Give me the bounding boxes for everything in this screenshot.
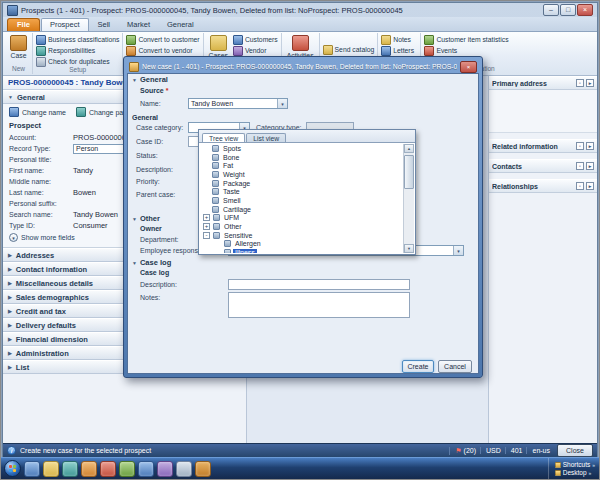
dialog-section-general[interactable]: ▼ General bbox=[132, 75, 168, 84]
dialog-section-other[interactable]: ▼ Other bbox=[132, 214, 160, 223]
tab-prospect[interactable]: Prospect bbox=[41, 18, 89, 31]
create-button[interactable]: Create bbox=[402, 360, 434, 373]
tree-item[interactable]: Taste bbox=[200, 187, 404, 196]
powerpoint-icon[interactable] bbox=[157, 461, 173, 477]
browser-icon[interactable] bbox=[24, 461, 40, 477]
check-duplicates-button[interactable]: Check for duplicates bbox=[36, 57, 119, 66]
scroll-up-icon[interactable]: ▲ bbox=[404, 144, 414, 153]
dialog-titlebar[interactable]: New case (1 - 401) - Prospect: PROS-0000… bbox=[127, 60, 479, 73]
desktop-toolbar[interactable]: Desktop » bbox=[555, 469, 595, 476]
chevron-down-icon: ▼ bbox=[132, 77, 137, 83]
change-name-button[interactable]: Change name bbox=[9, 107, 66, 117]
scroll-down-icon[interactable]: ▼ bbox=[404, 244, 414, 253]
factbox-expand-icon[interactable]: ▸ bbox=[586, 162, 594, 170]
dialog-close-button[interactable]: × bbox=[460, 61, 477, 73]
responsibilities-icon bbox=[36, 46, 46, 56]
factbox-box-icon[interactable]: ▫ bbox=[576, 79, 584, 87]
tree-item-selected[interactable]: Illness bbox=[200, 248, 404, 253]
customer-item-statistics-icon bbox=[424, 35, 434, 45]
case-button[interactable]: Case bbox=[8, 34, 29, 60]
factbox-related-information[interactable]: Related information ▫ ▸ bbox=[489, 139, 597, 153]
maximize-button[interactable]: □ bbox=[560, 4, 576, 16]
category-icon bbox=[213, 214, 220, 221]
start-button[interactable] bbox=[4, 460, 21, 477]
tree-item[interactable]: Fat bbox=[200, 161, 404, 170]
business-classifications-button[interactable]: Business classifications bbox=[36, 35, 119, 44]
status-message: Create new case for the selected prospec… bbox=[20, 447, 151, 454]
excel-icon[interactable] bbox=[119, 461, 135, 477]
tree-item[interactable]: Package bbox=[200, 179, 404, 188]
factbox-relationships[interactable]: Relationships ▫ ▸ bbox=[489, 179, 597, 193]
expand-icon[interactable]: + bbox=[203, 223, 210, 230]
combo-arrow-icon[interactable]: ▾ bbox=[453, 246, 463, 255]
firefox-icon[interactable] bbox=[81, 461, 97, 477]
app-icon[interactable] bbox=[176, 461, 192, 477]
tree-item[interactable]: Smell bbox=[200, 196, 404, 205]
collapse-icon[interactable]: - bbox=[203, 232, 210, 239]
factbox-expand-icon[interactable]: ▸ bbox=[586, 79, 594, 87]
convert-to-customer-button[interactable]: Convert to customer bbox=[126, 35, 199, 44]
factbox-expand-icon[interactable]: ▸ bbox=[586, 182, 594, 190]
factbox-primary-address[interactable]: Primary address ▫ ▸ bbox=[489, 76, 597, 90]
media-player-icon[interactable] bbox=[62, 461, 78, 477]
double-chevron-icon[interactable]: » bbox=[592, 462, 595, 468]
combo-arrow-icon[interactable]: ▾ bbox=[277, 99, 287, 108]
factbox-contacts[interactable]: Contacts ▫ ▸ bbox=[489, 159, 597, 173]
category-icon bbox=[212, 145, 219, 152]
name-combo[interactable]: Tandy Bowen ▾ bbox=[188, 98, 288, 109]
window-titlebar[interactable]: Prospects (1 - 401) - Prospect: PROS-000… bbox=[3, 3, 597, 17]
type-id-value[interactable]: Consumer bbox=[73, 221, 108, 230]
customers-button[interactable]: Customers bbox=[233, 35, 278, 44]
factbox-box-icon[interactable]: ▫ bbox=[576, 162, 584, 170]
word-icon[interactable] bbox=[138, 461, 154, 477]
info-icon: i bbox=[7, 446, 16, 455]
factbox-box-icon[interactable]: ▫ bbox=[576, 182, 584, 190]
scrollbar-thumb[interactable] bbox=[404, 155, 414, 189]
last-name-value[interactable]: Bowen bbox=[73, 188, 96, 197]
tree-item[interactable]: Allergen bbox=[200, 240, 404, 249]
letters-button[interactable]: Letters bbox=[381, 46, 414, 55]
responsibilities-button[interactable]: Responsibilities bbox=[36, 46, 119, 55]
currency-indicator[interactable]: USD bbox=[480, 447, 501, 454]
company-indicator[interactable]: 401 bbox=[505, 447, 523, 454]
dialog-section-case-log[interactable]: ▼ Case log bbox=[132, 258, 171, 267]
dialog-title: New case (1 - 401) - Prospect: PROS-0000… bbox=[142, 63, 457, 70]
tree-item[interactable]: Cartilage bbox=[200, 205, 404, 214]
tree-item[interactable]: Bone bbox=[200, 153, 404, 162]
shortcuts-toolbar[interactable]: Shortcuts » bbox=[555, 461, 595, 468]
case-log-description-field[interactable] bbox=[228, 279, 410, 290]
tree-item[interactable]: +Other bbox=[200, 222, 404, 231]
tab-general[interactable]: General bbox=[159, 19, 202, 31]
tree-scrollbar[interactable]: ▲ ▼ bbox=[403, 144, 414, 253]
notes-button[interactable]: Notes bbox=[381, 35, 414, 44]
file-tab[interactable]: File bbox=[7, 18, 40, 31]
folder-icon[interactable] bbox=[43, 461, 59, 477]
send-catalog-button[interactable]: Send catalog bbox=[323, 45, 375, 54]
minimize-button[interactable]: – bbox=[543, 4, 559, 16]
tab-market[interactable]: Market bbox=[119, 19, 158, 31]
search-name-value[interactable]: Tandy Bowen bbox=[73, 210, 118, 219]
tree-item[interactable]: +UFM bbox=[200, 214, 404, 223]
parent-case-label: Parent case: bbox=[136, 191, 175, 198]
tree-item[interactable]: -Sensitive bbox=[200, 231, 404, 240]
convert-to-vendor-button[interactable]: Convert to vendor bbox=[126, 46, 199, 55]
dynamics-ax-icon[interactable] bbox=[195, 461, 211, 477]
vendor-button[interactable]: Vendor bbox=[233, 46, 278, 55]
first-name-value[interactable]: Tandy bbox=[73, 166, 93, 175]
factbox-box-icon[interactable]: ▫ bbox=[576, 142, 584, 150]
tab-sell[interactable]: Sell bbox=[90, 19, 119, 31]
factbox-expand-icon[interactable]: ▸ bbox=[586, 142, 594, 150]
alerts-indicator[interactable]: ⚑ (20) bbox=[449, 447, 476, 455]
notes-field[interactable] bbox=[228, 292, 410, 318]
double-chevron-icon[interactable]: » bbox=[589, 470, 592, 476]
tree-item[interactable]: Spots bbox=[200, 144, 404, 153]
customer-item-statistics-button[interactable]: Customer item statistics bbox=[424, 35, 508, 44]
events-button[interactable]: Events bbox=[424, 46, 508, 55]
close-window-button[interactable]: × bbox=[577, 4, 593, 16]
language-indicator[interactable]: en-us bbox=[526, 447, 550, 454]
close-form-button[interactable]: Close bbox=[557, 444, 593, 457]
tree-item[interactable]: Weight bbox=[200, 170, 404, 179]
mail-icon[interactable] bbox=[100, 461, 116, 477]
expand-icon[interactable]: + bbox=[203, 214, 210, 221]
cancel-button[interactable]: Cancel bbox=[438, 360, 472, 373]
